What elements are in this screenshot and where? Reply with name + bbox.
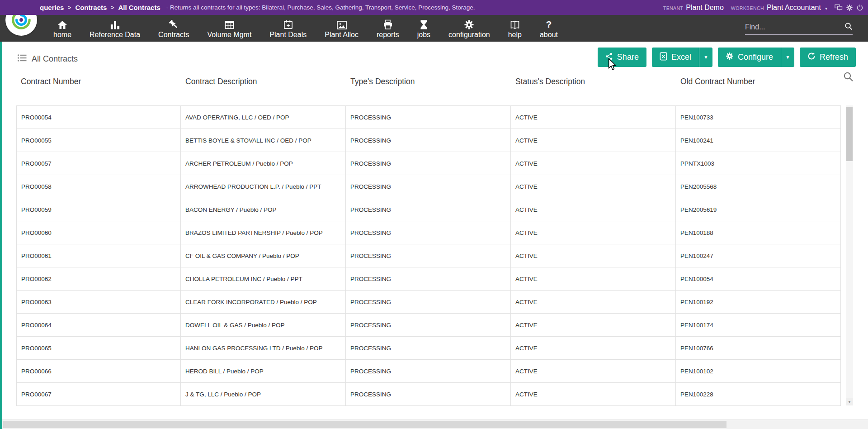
excel-dropdown-button[interactable]: ▼: [699, 48, 712, 67]
configure-dropdown-button[interactable]: ▼: [781, 48, 794, 67]
share-button[interactable]: Share: [598, 48, 646, 67]
nav-item-home[interactable]: home: [44, 18, 80, 38]
column-header-type-description[interactable]: Type's Description: [346, 77, 511, 86]
horizontal-scrollbar[interactable]: [2, 419, 868, 429]
table-row[interactable]: PRO00060 BRAZOS LIMITED PARTNERSHIP / Pu…: [16, 221, 841, 244]
table-row[interactable]: PRO00067 J & TG, LLC / Pueblo / POP PROC…: [16, 383, 841, 406]
nav-item-plant-alloc[interactable]: Plant Alloc: [316, 18, 368, 38]
nav-item-volume-mgmt[interactable]: Volume Mgmt: [198, 18, 261, 38]
breadcrumb-separator-icon: >: [111, 5, 114, 11]
nav-item-label: about: [540, 31, 558, 38]
cell-contract-description: HANLON GAS PROCESSING LTD / Pueblo / POP: [181, 337, 346, 359]
table-row[interactable]: PRO00063 CLEAR FORK INCORPORATED / Puebl…: [16, 291, 841, 314]
cell-old-contract-number: PEN100192: [676, 291, 841, 313]
displays-icon[interactable]: [835, 4, 843, 11]
table-row[interactable]: PRO00065 HANLON GAS PROCESSING LTD / Pue…: [16, 337, 841, 360]
column-header-old-contract-number[interactable]: Old Contract Number: [676, 77, 841, 86]
cell-old-contract-number: PEN100247: [676, 244, 841, 267]
cell-old-contract-number: PEN100766: [676, 337, 841, 359]
grid-search-button[interactable]: [843, 72, 854, 83]
cell-contract-description: ARCHER PETROLEUM / Pueblo / POP: [181, 152, 346, 175]
nav-item-reference-data[interactable]: Reference Data: [80, 18, 149, 38]
nav-item-label: configuration: [448, 31, 490, 38]
table-row[interactable]: PRO00058 ARROWHEAD PRODUCTION L.P. / Pue…: [16, 175, 841, 198]
breadcrumb-queries[interactable]: queries: [40, 4, 64, 11]
find-input[interactable]: [745, 23, 842, 31]
excel-button-label: Excel: [671, 52, 691, 62]
cell-type-description: PROCESSING: [346, 106, 511, 129]
cell-contract-number: PRO00061: [16, 244, 181, 267]
gear-icon[interactable]: [846, 4, 853, 11]
configure-button[interactable]: Configure: [718, 48, 781, 67]
refresh-button[interactable]: Refresh: [800, 48, 856, 67]
power-icon[interactable]: [856, 4, 863, 11]
table-row[interactable]: PRO00055 BETTIS BOYLE & STOVALL INC / OE…: [16, 129, 841, 152]
cell-old-contract-number: PEN100188: [676, 221, 841, 244]
cell-contract-number: PRO00067: [16, 383, 181, 405]
excel-split-button: Excel ▼: [652, 48, 712, 67]
cell-old-contract-number: PEN100102: [676, 360, 841, 382]
nav-item-reports[interactable]: reports: [368, 18, 408, 38]
cell-contract-number: PRO00064: [16, 314, 181, 336]
table-row[interactable]: PRO00054 AVAD OPERATING, LLC / OED / POP…: [16, 106, 841, 129]
gear-icon: [726, 52, 734, 62]
vertical-scrollbar-thumb[interactable]: [846, 107, 853, 161]
nav-item-plant-deals[interactable]: Plant Deals: [260, 18, 316, 38]
breadcrumb-all-contracts[interactable]: All Contracts: [118, 4, 160, 11]
column-header-contract-description[interactable]: Contract Description: [181, 77, 346, 86]
cell-old-contract-number: PEN100054: [676, 267, 841, 290]
nav-item-about[interactable]: ? about: [531, 18, 567, 38]
vertical-scrollbar[interactable]: ▼: [846, 105, 853, 405]
column-header-status-description[interactable]: Status's Description: [511, 77, 676, 86]
cell-contract-description: BACON ENERGY / Pueblo / POP: [181, 198, 346, 221]
bar-chart-icon: [110, 18, 120, 30]
excel-button[interactable]: Excel: [652, 48, 699, 67]
table-row[interactable]: PRO00059 BACON ENERGY / Pueblo / POP PRO…: [16, 198, 841, 221]
cell-old-contract-number: PEN100241: [676, 129, 841, 152]
nav-item-help[interactable]: help: [499, 18, 531, 38]
cell-contract-description: BRAZOS LIMITED PARTNERSHIP / Pueblo / PO…: [181, 221, 346, 244]
table-row[interactable]: PRO00066 HEROD BILL / Pueblo / POP PROCE…: [16, 360, 841, 383]
cell-type-description: PROCESSING: [346, 175, 511, 198]
cell-type-description: PROCESSING: [346, 221, 511, 244]
cell-status-description: ACTIVE: [511, 383, 676, 405]
cell-contract-number: PRO00063: [16, 291, 181, 313]
table-row[interactable]: PRO00057 ARCHER PETROLEUM / Pueblo / POP…: [16, 152, 841, 175]
share-button-label: Share: [617, 52, 639, 62]
topbar-right: TENANT Plant Demo WORKBENCH Plant Accoun…: [663, 4, 863, 12]
breadcrumb-contracts[interactable]: Contracts: [75, 4, 107, 11]
cell-contract-number: PRO00062: [16, 267, 181, 290]
horizontal-scrollbar-thumb[interactable]: [3, 421, 726, 428]
topbar-icons: [835, 4, 863, 11]
table-row[interactable]: PRO00064 DOWELL OIL & GAS / Pueblo / POP…: [16, 314, 841, 337]
table-row[interactable]: PRO00062 CHOLLA PETROLEUM INC / Pueblo /…: [16, 267, 841, 291]
cell-old-contract-number: PEN2005619: [676, 198, 841, 221]
cell-contract-number: PRO00058: [16, 175, 181, 198]
cell-contract-description: CF OIL & GAS COMPANY / Pueblo / POP: [181, 244, 346, 267]
query-list-icon[interactable]: [17, 53, 27, 64]
column-header-contract-number[interactable]: Contract Number: [16, 77, 181, 86]
home-icon: [57, 18, 68, 30]
nav-item-jobs[interactable]: jobs: [408, 18, 439, 38]
cell-old-contract-number: PEN2005568: [676, 175, 841, 198]
nav-item-contracts[interactable]: Contracts: [149, 18, 198, 38]
cell-type-description: PROCESSING: [346, 152, 511, 175]
scroll-down-button[interactable]: ▼: [846, 398, 853, 405]
cell-type-description: PROCESSING: [346, 129, 511, 152]
tenant-selector[interactable]: TENANT Plant Demo: [663, 4, 724, 12]
grid-toolbar: Share Excel ▼: [598, 48, 856, 67]
search-icon[interactable]: [844, 22, 853, 32]
cell-old-contract-number: PEN100174: [676, 314, 841, 336]
query-description: - Returns all contracts for all types: B…: [166, 4, 475, 11]
cell-contract-number: PRO00065: [16, 337, 181, 359]
nav-item-label: Volume Mgmt: [208, 31, 252, 38]
table-header: Contract Number Contract Description Typ…: [16, 77, 841, 86]
workbench-selector[interactable]: WORKBENCH Plant Accountant ▾: [731, 4, 827, 12]
table-row[interactable]: PRO00061 CF OIL & GAS COMPANY / Pueblo /…: [16, 244, 841, 267]
cell-contract-number: PRO00060: [16, 221, 181, 244]
nav-item-configuration[interactable]: configuration: [439, 18, 499, 38]
cell-status-description: ACTIVE: [511, 314, 676, 336]
cell-type-description: PROCESSING: [346, 267, 511, 290]
cell-status-description: ACTIVE: [511, 106, 676, 129]
cell-status-description: ACTIVE: [511, 152, 676, 175]
